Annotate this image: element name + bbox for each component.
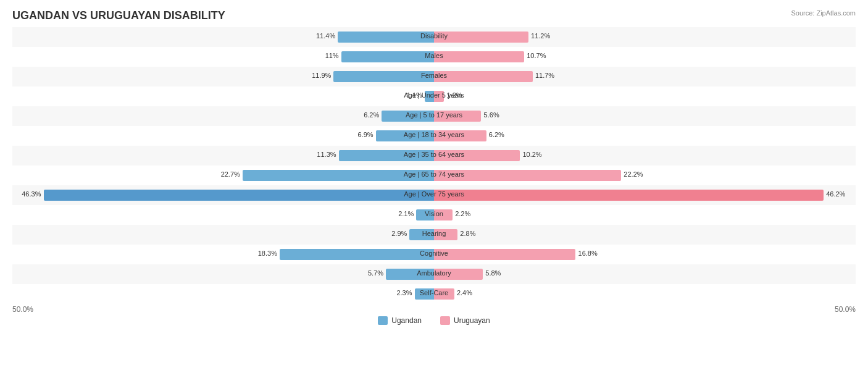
legend-ugandan: Ugandan [378, 316, 422, 325]
axis-right-label: 50.0% [835, 305, 856, 314]
source-label: Source: ZipAtlas.com [791, 9, 856, 17]
chart-row: Age | 35 to 64 years11.3%10.2% [12, 146, 856, 166]
value-right: 5.6% [484, 112, 499, 119]
row-label: Disability [420, 33, 448, 40]
bar-right [434, 190, 824, 201]
value-left: 2.9% [391, 230, 407, 237]
value-right: 10.7% [527, 52, 546, 59]
value-left: 6.9% [358, 132, 373, 138]
value-right: 2.2% [455, 211, 470, 217]
row-label: Ambulatory [417, 270, 451, 277]
row-label: Vision [425, 211, 443, 217]
chart-row: Ambulatory5.7%5.8% [12, 264, 856, 284]
value-right: 16.8% [578, 250, 598, 257]
chart-row: Age | 5 to 17 years6.2%5.6% [12, 106, 856, 126]
row-label: Self-Care [420, 290, 448, 296]
value-right: 5.8% [485, 270, 501, 277]
row-label: Age | 65 to 74 years [404, 171, 464, 178]
value-left: 18.3% [258, 250, 277, 257]
chart-row: Age | 65 to 74 years22.7%22.2% [12, 166, 856, 185]
chart-row: Age | 18 to 34 years6.9%6.2% [12, 126, 856, 146]
legend-ugandan-box [378, 316, 388, 325]
legend-uruguayan-box [440, 316, 450, 325]
value-left: 6.2% [364, 112, 379, 119]
row-label: Hearing [422, 230, 446, 237]
bar-left [333, 71, 434, 82]
value-left: 46.3% [22, 191, 41, 198]
value-right: 2.8% [460, 230, 475, 237]
bar-right [434, 71, 533, 82]
value-right: 2.4% [457, 290, 472, 296]
legend-uruguayan-label: Uruguayan [454, 316, 490, 325]
value-left: 11.9% [312, 72, 331, 79]
chart-title: UGANDAN VS URUGUAYAN DISABILITY [12, 9, 856, 22]
value-left: 5.7% [368, 270, 383, 277]
legend-uruguayan: Uruguayan [440, 316, 490, 325]
chart-container: UGANDAN VS URUGUAYAN DISABILITY Source: … [0, 0, 868, 378]
row-label: Females [421, 72, 447, 79]
chart-row: Disability11.4%11.2% [12, 27, 856, 47]
value-left: 2.3% [396, 290, 412, 296]
bar-left [341, 51, 434, 62]
row-label: Age | 35 to 64 years [404, 151, 464, 158]
bar-left [44, 190, 434, 201]
chart-row: Males11%10.7% [12, 47, 856, 67]
value-right: 22.2% [624, 171, 643, 178]
chart-row: Age | Over 75 years46.3%46.2% [12, 185, 856, 205]
value-left: 2.1% [398, 211, 414, 217]
value-right: 10.2% [522, 151, 541, 158]
row-label: Cognitive [420, 250, 448, 257]
bar-right [434, 51, 524, 62]
axis-left-label: 50.0% [12, 305, 33, 314]
value-left: 11.3% [317, 151, 336, 158]
legend-ugandan-label: Ugandan [391, 316, 422, 325]
row-label: Age | Under 5 years [404, 92, 464, 99]
chart-row: Hearing2.9%2.8% [12, 225, 856, 245]
value-right: 11.2% [531, 33, 550, 40]
chart-row: Self-Care2.3%2.4% [12, 284, 856, 304]
value-right: 6.2% [489, 132, 504, 138]
row-label: Age | 18 to 34 years [404, 132, 464, 138]
bar-left [280, 249, 434, 260]
chart-row: Females11.9%11.7% [12, 67, 856, 86]
chart-row: Vision2.1%2.2% [12, 205, 856, 225]
row-label: Males [425, 52, 443, 59]
axis-labels: 50.0% 50.0% [12, 305, 856, 314]
value-left: 11% [325, 52, 339, 59]
value-left: 22.7% [221, 171, 240, 178]
row-label: Age | 5 to 17 years [406, 112, 462, 119]
chart-row: Age | Under 5 years1.1%1.2% [12, 86, 856, 106]
bar-right [434, 32, 528, 43]
chart-row: Cognitive18.3%16.8% [12, 245, 856, 264]
chart-area: Disability11.4%11.2%Males11%10.7%Females… [12, 27, 856, 304]
value-right: 46.2% [826, 191, 845, 198]
row-label: Age | Over 75 years [404, 191, 464, 198]
chart-legend: Ugandan Uruguayan [12, 316, 856, 325]
value-left: 11.4% [316, 33, 335, 40]
value-right: 11.7% [535, 72, 554, 79]
bar-left [338, 32, 434, 43]
bar-right [434, 249, 575, 260]
